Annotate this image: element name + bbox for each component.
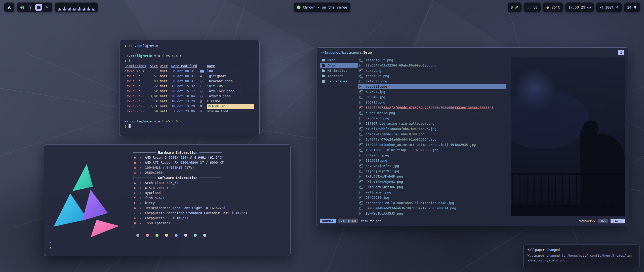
clock-time: 17:50:29 <box>568 5 585 9</box>
file-row[interactable]: 866715.png <box>358 100 506 105</box>
fetch-info: ┌───────────Hardware Information────────… <box>132 145 290 256</box>
file-row[interactable]: 08a634fa02a32364f69ebc86a98eb1eb.png <box>358 63 506 68</box>
file-row[interactable]: 68747470733a2f2f696d616765732d7769786d70… <box>358 105 506 110</box>
file-row[interactable]: rsjqojlmjhf91.jpg <box>358 168 506 174</box>
image-file-icon <box>359 212 363 215</box>
file-row[interactable]: 217167-sad-anime-rain-wallpaper.png <box>358 121 506 126</box>
file-row[interactable]: 587597.jpg <box>358 89 506 94</box>
temperature-module[interactable]: 26°C <box>543 3 563 12</box>
info-icon: ◆ <box>132 185 137 190</box>
file-row[interactable]: 19201080-__blue-tinge__-1920×1080.jpg <box>358 147 506 153</box>
terminal-window[interactable]: ❯ cd .config/nvim ~/.config/nvim via ☾ v… <box>119 40 260 136</box>
arrow-icon: → <box>139 170 143 175</box>
file-row[interactable]: result2.png <box>358 84 506 89</box>
image-file-icon <box>359 112 363 115</box>
notification-body: Wallpaper changed to /home/matt/.config/… <box>528 253 635 263</box>
file-row[interactable]: wallpaper.png <box>358 190 506 195</box>
info-line: ▦ → AMD ATI Radeon RX 6800/6800 XT / 690… <box>132 160 290 165</box>
file-row[interactable]: re1sult.png <box>358 79 506 84</box>
notification-toast[interactable]: Wallpaper Changed Wallpaper changed to /… <box>523 245 639 267</box>
clock-module[interactable]: 17:50:29 <box>565 3 594 12</box>
terminal-command-line: ❯ cd .config/nvim <box>125 43 254 48</box>
file-manager-window[interactable]: ~/Imagenes/Wallpapers/Draw 1 Misc Draw <box>316 47 628 226</box>
launcher-button[interactable] <box>4 3 14 12</box>
info-icon: ▮ <box>132 200 137 206</box>
image-file-icon <box>359 127 363 130</box>
info-line: A → JetBrainsMono Nerd Font Light 10 [GT… <box>132 206 290 211</box>
image-file-icon <box>359 186 363 189</box>
arrow-icon: → <box>139 221 143 226</box>
image-file-icon <box>359 133 363 136</box>
keyboard-layout-module[interactable]: US <box>524 3 541 12</box>
music-player-module[interactable]: thrown - on the verge <box>294 3 350 12</box>
folder-icon <box>322 80 326 83</box>
file-row[interactable]: 5a266e448add93deab367d87173e9f25-6837886… <box>358 206 506 211</box>
file-row[interactable]: FXfcII0X0AQyn9X.png <box>358 179 506 184</box>
file-row[interactable]: atardecer-en-la-montanas-ilustracion-634… <box>358 200 506 206</box>
file-manager-header: ~/Imagenes/Wallpapers/Draw 1 <box>316 48 628 56</box>
arrow-icon: → <box>139 190 143 195</box>
file-row[interactable]: 87r687df.png <box>358 116 506 121</box>
arrow-icon: → <box>139 195 143 200</box>
updates-module[interactable]: 0 <box>508 3 521 12</box>
ls-row: drwxr-xr-x - matt 6 oct 00:31 lua <box>125 69 254 74</box>
file-row[interactable]: resssult.png <box>358 73 506 79</box>
sidebar-folder-item[interactable]: Minimalist <box>320 68 358 73</box>
image-file-icon <box>359 164 363 167</box>
file-row[interactable]: FXfcHgcWIAMzs0G.png <box>358 184 506 190</box>
image-file-icon <box>359 106 363 109</box>
workspace-files-active[interactable] <box>35 4 42 11</box>
sidebar-folder-item[interactable]: Abstract <box>320 73 358 79</box>
lua-icon: ☾ <box>162 54 164 58</box>
file-row[interactable]: 596848.jpg <box>358 94 506 100</box>
file-row[interactable]: nnvuv0xj2df71.jpg <box>358 163 506 168</box>
workspace-editor[interactable]: V <box>27 4 34 11</box>
info-line: ✦ → Catppuccin-Macchiato-Standard-Lavend… <box>132 211 290 216</box>
top-bar-center: thrown - on the verge <box>294 3 350 12</box>
file-row[interactable]: kurz.png <box>358 68 506 73</box>
volume-module[interactable]: 100% <box>596 3 622 12</box>
workspace-browser[interactable] <box>19 4 26 11</box>
file-row[interactable]: 3126f7e9bbf21a8a4af0b67b041c6e26.jpg <box>358 126 506 131</box>
info-line: ▮ → kitty <box>132 200 290 206</box>
arrow-icon: → <box>139 211 143 216</box>
file-row[interactable]: ressdfgult.png <box>358 57 506 63</box>
scroll-percent-badge: 36% <box>598 219 608 223</box>
file-row[interactable]: super-mario.png <box>358 110 506 116</box>
sidebar-folder-item[interactable]: Draw <box>320 63 358 68</box>
sidebar-folder-item[interactable]: Misc <box>320 57 358 63</box>
arrow-icon: → <box>139 165 143 170</box>
notification-title: Wallpaper Changed <box>528 248 635 252</box>
fetch-window[interactable]: ┌───────────Hardware Information────────… <box>44 144 291 256</box>
file-row[interactable]: 3122955.png <box>358 158 506 163</box>
workspace-design[interactable]: ✎ <box>44 4 51 11</box>
hardware-info-lines: ▣ → AMD Ryzen 9 5900X (24) @ 4.9GHz [61.… <box>132 155 290 175</box>
file-row[interactable]: FXfcJlTXgAMvH6R.png <box>358 174 506 179</box>
sidebar-folder-item[interactable]: Landscapes <box>320 79 358 84</box>
file-row[interactable]: 0c794faf07de24a4db4d4fb1eb813964.jpg <box>358 137 506 142</box>
ls-row: .rw-r--r-- 51 matt 6 oct 00:31 .gitignor… <box>125 74 254 79</box>
breadcrumb-path: ~/Imagenes/Wallpapers/Draw <box>320 51 372 54</box>
terminal-input-line[interactable]: ❯ <box>125 124 254 129</box>
file-row[interactable]: 8FKa7Cu.jpeg <box>358 153 506 158</box>
visualizer-bars <box>58 4 95 11</box>
image-file-icon <box>359 170 363 173</box>
desktop: V ✎ thrown - on the verge 0 <box>0 0 644 272</box>
notifications-module[interactable]: 24 <box>624 3 640 12</box>
file-row[interactable]: chica-mirando-la-luna-8799.jpg <box>358 131 506 137</box>
file-row[interactable]: 20492984.jpg <box>358 195 506 200</box>
file-row[interactable]: EeNKYgIUcAAJ5JX.png <box>358 211 506 216</box>
file-row[interactable]: 154928-odinokoe_anime-art-anime-okno-sin… <box>358 142 506 147</box>
arrow-icon: → <box>139 185 143 190</box>
info-icon: ✿ <box>132 216 137 221</box>
image-file-icon <box>359 143 363 146</box>
image-file-icon <box>359 196 363 199</box>
info-line: ◆ → 6.5.8-zen1-1-zen <box>132 185 290 190</box>
leaf-icon <box>515 6 518 9</box>
tab-badge[interactable]: 1 <box>618 50 624 55</box>
status-bar: NORMAL 218.8 KB result2.png -rwxrwxrwx 3… <box>316 218 628 226</box>
image-file-icon <box>359 117 363 120</box>
image-file-icon <box>359 159 363 162</box>
image-file-icon <box>359 85 363 88</box>
ls-table-header: Permissions Size User Date Modified Name <box>125 63 254 69</box>
